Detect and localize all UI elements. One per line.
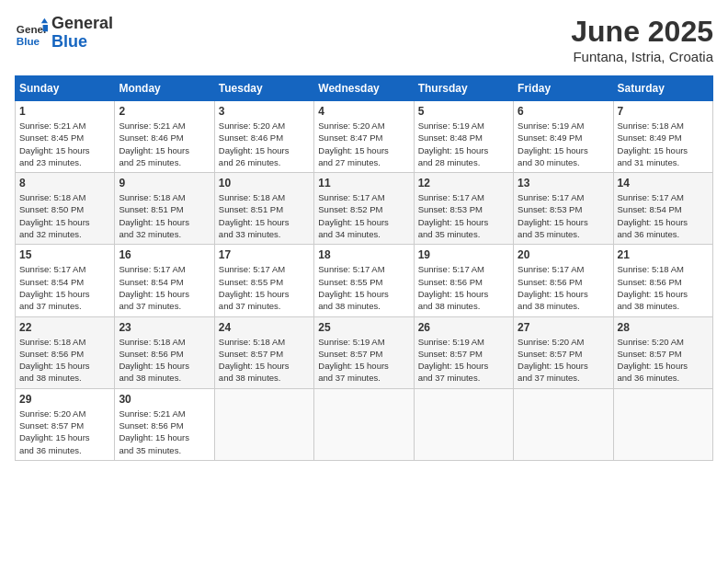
day-info: Sunrise: 5:20 AMSunset: 8:47 PMDaylight:… [318, 120, 409, 168]
calendar-cell: 23 Sunrise: 5:18 AMSunset: 8:56 PMDaylig… [115, 316, 214, 388]
day-info: Sunrise: 5:17 AMSunset: 8:54 PMDaylight:… [618, 191, 709, 240]
calendar-cell [214, 388, 313, 460]
day-number: 13 [518, 177, 609, 190]
calendar-cell [314, 388, 414, 460]
day-info: Sunrise: 5:17 AMSunset: 8:55 PMDaylight:… [318, 263, 409, 312]
calendar-cell [613, 388, 712, 460]
day-info: Sunrise: 5:18 AMSunset: 8:56 PMDaylight:… [119, 336, 210, 385]
calendar-cell: 28 Sunrise: 5:20 AMSunset: 8:57 PMDaylig… [613, 316, 712, 388]
calendar-header-friday: Friday [514, 76, 613, 101]
calendar-cell: 14 Sunrise: 5:17 AMSunset: 8:54 PMDaylig… [613, 173, 712, 245]
svg-text:Blue: Blue [17, 34, 40, 46]
logo-icon: General Blue [15, 17, 48, 50]
calendar-cell: 16 Sunrise: 5:17 AMSunset: 8:54 PMDaylig… [115, 245, 214, 316]
calendar-cell: 21 Sunrise: 5:18 AMSunset: 8:56 PMDaylig… [613, 245, 712, 316]
day-info: Sunrise: 5:17 AMSunset: 8:55 PMDaylight:… [219, 263, 310, 312]
calendar-week-row: 8 Sunrise: 5:18 AMSunset: 8:50 PMDayligh… [16, 173, 713, 245]
day-number: 24 [219, 321, 310, 334]
logo-blue-text: Blue [51, 32, 87, 51]
calendar-week-row: 29 Sunrise: 5:20 AMSunset: 8:57 PMDaylig… [16, 388, 713, 460]
day-number: 30 [119, 393, 210, 406]
calendar-cell: 9 Sunrise: 5:18 AMSunset: 8:51 PMDayligh… [115, 173, 214, 245]
day-number: 21 [618, 248, 709, 261]
calendar-cell: 3 Sunrise: 5:20 AMSunset: 8:46 PMDayligh… [214, 101, 313, 173]
day-number: 20 [518, 248, 609, 261]
day-number: 18 [318, 248, 409, 261]
day-info: Sunrise: 5:17 AMSunset: 8:56 PMDaylight:… [418, 263, 509, 312]
day-info: Sunrise: 5:18 AMSunset: 8:51 PMDaylight:… [119, 191, 210, 240]
day-number: 22 [19, 321, 110, 334]
day-info: Sunrise: 5:19 AMSunset: 8:48 PMDaylight:… [418, 120, 509, 168]
calendar-header-tuesday: Tuesday [214, 76, 313, 101]
calendar-cell: 1 Sunrise: 5:21 AMSunset: 8:45 PMDayligh… [16, 101, 115, 173]
calendar-week-row: 1 Sunrise: 5:21 AMSunset: 8:45 PMDayligh… [16, 101, 713, 173]
calendar-header-wednesday: Wednesday [314, 76, 414, 101]
day-number: 19 [418, 248, 509, 261]
day-info: Sunrise: 5:20 AMSunset: 8:57 PMDaylight:… [19, 408, 110, 456]
day-info: Sunrise: 5:17 AMSunset: 8:56 PMDaylight:… [518, 263, 609, 312]
day-info: Sunrise: 5:17 AMSunset: 8:53 PMDaylight:… [518, 191, 609, 240]
calendar-cell: 17 Sunrise: 5:17 AMSunset: 8:55 PMDaylig… [214, 245, 313, 316]
calendar-cell: 7 Sunrise: 5:18 AMSunset: 8:49 PMDayligh… [613, 101, 712, 173]
calendar-cell: 11 Sunrise: 5:17 AMSunset: 8:52 PMDaylig… [314, 173, 414, 245]
day-number: 16 [119, 248, 210, 261]
svg-marker-3 [43, 25, 48, 31]
day-info: Sunrise: 5:18 AMSunset: 8:57 PMDaylight:… [219, 336, 310, 385]
day-info: Sunrise: 5:20 AMSunset: 8:57 PMDaylight:… [518, 336, 609, 385]
day-info: Sunrise: 5:17 AMSunset: 8:52 PMDaylight:… [318, 191, 409, 240]
day-info: Sunrise: 5:18 AMSunset: 8:56 PMDaylight:… [618, 263, 709, 312]
calendar-cell: 10 Sunrise: 5:18 AMSunset: 8:51 PMDaylig… [214, 173, 313, 245]
day-number: 3 [219, 105, 310, 118]
day-number: 29 [19, 393, 110, 406]
calendar-week-row: 22 Sunrise: 5:18 AMSunset: 8:56 PMDaylig… [16, 316, 713, 388]
day-info: Sunrise: 5:18 AMSunset: 8:51 PMDaylight:… [219, 191, 310, 240]
day-number: 7 [618, 105, 709, 118]
day-info: Sunrise: 5:21 AMSunset: 8:56 PMDaylight:… [119, 408, 210, 456]
svg-marker-2 [41, 18, 48, 23]
calendar-cell: 8 Sunrise: 5:18 AMSunset: 8:50 PMDayligh… [16, 173, 115, 245]
day-number: 10 [219, 177, 310, 190]
day-number: 26 [418, 321, 509, 334]
day-number: 25 [318, 321, 409, 334]
day-number: 15 [19, 248, 110, 261]
day-info: Sunrise: 5:17 AMSunset: 8:54 PMDaylight:… [119, 263, 210, 312]
day-number: 9 [119, 177, 210, 190]
calendar-header-saturday: Saturday [613, 76, 712, 101]
calendar-cell [514, 388, 613, 460]
day-number: 1 [19, 105, 110, 118]
day-number: 14 [618, 177, 709, 190]
calendar-title: June 2025 [571, 15, 713, 49]
day-number: 27 [518, 321, 609, 334]
calendar-cell: 30 Sunrise: 5:21 AMSunset: 8:56 PMDaylig… [115, 388, 214, 460]
calendar-cell: 12 Sunrise: 5:17 AMSunset: 8:53 PMDaylig… [414, 173, 513, 245]
calendar-cell: 25 Sunrise: 5:19 AMSunset: 8:57 PMDaylig… [314, 316, 414, 388]
calendar-cell: 4 Sunrise: 5:20 AMSunset: 8:47 PMDayligh… [314, 101, 414, 173]
day-number: 8 [19, 177, 110, 190]
calendar-header-monday: Monday [115, 76, 214, 101]
calendar-cell: 18 Sunrise: 5:17 AMSunset: 8:55 PMDaylig… [314, 245, 414, 316]
calendar-cell: 24 Sunrise: 5:18 AMSunset: 8:57 PMDaylig… [214, 316, 313, 388]
calendar-cell: 5 Sunrise: 5:19 AMSunset: 8:48 PMDayligh… [414, 101, 513, 173]
day-number: 4 [318, 105, 409, 118]
day-number: 23 [119, 321, 210, 334]
calendar-cell: 13 Sunrise: 5:17 AMSunset: 8:53 PMDaylig… [514, 173, 613, 245]
day-info: Sunrise: 5:18 AMSunset: 8:50 PMDaylight:… [19, 191, 110, 240]
header: General Blue General Blue June 2025 Funt… [15, 15, 713, 64]
calendar-cell: 27 Sunrise: 5:20 AMSunset: 8:57 PMDaylig… [514, 316, 613, 388]
day-number: 2 [119, 105, 210, 118]
day-info: Sunrise: 5:20 AMSunset: 8:57 PMDaylight:… [618, 336, 709, 385]
logo-general-text: General [51, 14, 113, 32]
title-area: June 2025 Funtana, Istria, Croatia [571, 15, 713, 64]
day-info: Sunrise: 5:21 AMSunset: 8:45 PMDaylight:… [19, 120, 110, 168]
day-number: 28 [618, 321, 709, 334]
day-info: Sunrise: 5:19 AMSunset: 8:49 PMDaylight:… [518, 120, 609, 168]
calendar-cell: 15 Sunrise: 5:17 AMSunset: 8:54 PMDaylig… [16, 245, 115, 316]
calendar-cell: 6 Sunrise: 5:19 AMSunset: 8:49 PMDayligh… [514, 101, 613, 173]
calendar-cell: 22 Sunrise: 5:18 AMSunset: 8:56 PMDaylig… [16, 316, 115, 388]
day-info: Sunrise: 5:17 AMSunset: 8:53 PMDaylight:… [418, 191, 509, 240]
day-info: Sunrise: 5:18 AMSunset: 8:49 PMDaylight:… [618, 120, 709, 168]
calendar-cell: 2 Sunrise: 5:21 AMSunset: 8:46 PMDayligh… [115, 101, 214, 173]
calendar-header-row: SundayMondayTuesdayWednesdayThursdayFrid… [16, 76, 713, 101]
day-info: Sunrise: 5:20 AMSunset: 8:46 PMDaylight:… [219, 120, 310, 168]
calendar-table: SundayMondayTuesdayWednesdayThursdayFrid… [15, 75, 713, 461]
